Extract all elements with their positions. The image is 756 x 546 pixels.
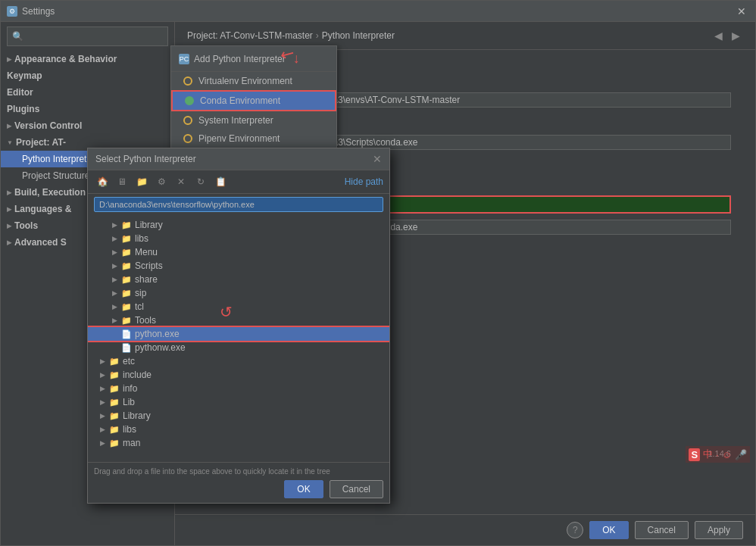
panel-nav: ◀ ▶ — [711, 28, 743, 43]
toolbar-refresh-button[interactable]: ↻ — [192, 173, 209, 190]
sidebar-item-editor[interactable]: Editor — [1, 84, 174, 101]
sougou-dot-icon[interactable]: · — [716, 449, 719, 460]
tree-item-scripts[interactable]: ▶ 📁 Scripts — [88, 259, 389, 273]
chevron-icon: ▼ — [7, 139, 13, 146]
folder-icon: 📁 — [109, 425, 120, 435]
sidebar-item-keymap[interactable]: Keymap — [1, 67, 174, 84]
location-value: D:\anaconda3\envs\AT-Conv-LSTM-master — [281, 92, 731, 108]
tree-arrow-icon: ▶ — [100, 439, 109, 447]
tree-item-sip[interactable]: ▶ 📁 sip — [88, 286, 389, 300]
tree-arrow-icon: ▶ — [112, 276, 121, 283]
folder-icon: 📁 — [109, 438, 120, 448]
cancel-button[interactable]: Cancel — [635, 521, 689, 539]
help-button[interactable]: ? — [567, 522, 583, 538]
dialog-hint: Drag and drop a file into the space abov… — [94, 467, 383, 476]
dialog-cancel-button[interactable]: Cancel — [330, 480, 383, 498]
chevron-icon: ▶ — [7, 189, 11, 196]
tree-item-menu[interactable]: ▶ 📁 Menu — [88, 245, 389, 259]
toolbar-copy-button[interactable]: 📋 — [212, 173, 229, 190]
pipenv-icon — [183, 134, 192, 143]
search-icon: 🔍 — [12, 31, 23, 42]
dropdown-item-pipenv[interactable]: Pipenv Environment — [171, 129, 336, 148]
apply-button[interactable]: Apply — [695, 521, 743, 539]
dropdown-title: Add Python Interpreter — [194, 54, 286, 64]
chevron-icon: ▶ — [7, 206, 11, 213]
folder-icon: 📁 — [121, 316, 132, 326]
tree-arrow-icon: ▶ — [112, 248, 121, 256]
sougou-chinese-icon[interactable]: 中 — [703, 448, 713, 461]
tree-item-info[interactable]: ▶ 📁 info — [88, 382, 389, 395]
folder-icon: 📁 — [121, 302, 132, 312]
chevron-icon: ▶ — [7, 123, 11, 129]
red-curve-annotation: ↺ — [220, 303, 233, 321]
add-python-interpreter-dropdown: PC Add Python Interpreter ↓ Virtualenv E… — [170, 45, 337, 148]
tree-item-python-exe[interactable]: 📄 python.exe — [88, 327, 389, 341]
breadcrumb: Project: AT-Conv-LSTM-master › Python In… — [187, 30, 395, 41]
tree-arrow-icon: ▶ — [112, 262, 121, 270]
nav-forward-button[interactable]: ▶ — [729, 28, 743, 43]
sidebar-item-appearance[interactable]: ▶ Appearance & Behavior — [1, 51, 174, 67]
ok-button[interactable]: OK — [589, 521, 628, 539]
dropdown-item-conda[interactable]: Conda Environment — [171, 90, 336, 111]
tree-item-pythonw-exe[interactable]: 📄 pythonw.exe — [88, 341, 389, 354]
sougou-toolbar: S 中 · ☺ 🎤 — [686, 446, 750, 463]
dialog-footer: Drag and drop a file into the space abov… — [88, 462, 389, 503]
tree-item-library2[interactable]: ▶ 📁 Library — [88, 409, 389, 423]
tree-item-etc[interactable]: ▶ 📁 etc — [88, 354, 389, 368]
tree-item-tools[interactable]: ▶ 📁 Tools — [88, 314, 389, 327]
folder-icon: 📁 — [121, 248, 132, 257]
tree-item-libs1[interactable]: ▶ 📁 libs — [88, 232, 389, 245]
tree-arrow-icon: ▶ — [100, 398, 109, 406]
tree-item-man[interactable]: ▶ 📁 man — [88, 436, 389, 450]
virtualenv-icon — [183, 76, 192, 86]
folder-icon: 📁 — [121, 234, 132, 244]
sidebar-item-label: Advanced S — [14, 237, 67, 248]
folder-icon: 📁 — [109, 357, 120, 367]
select-python-interpreter-dialog: Select Python Interpreter ✕ 🏠 🖥 📁 ⚙ ✕ ↻ … — [87, 148, 390, 504]
tree-arrow-icon: ▶ — [100, 412, 109, 420]
nav-back-button[interactable]: ◀ — [711, 28, 726, 43]
file-icon: 📄 — [121, 329, 132, 339]
toolbar-settings2-button[interactable]: ⚙ — [153, 173, 170, 190]
sidebar-item-plugins[interactable]: Plugins — [1, 101, 174, 117]
tree-item-library1[interactable]: ▶ 📁 Library — [88, 218, 389, 232]
toolbar-desktop-button[interactable]: 🖥 — [114, 173, 130, 190]
path-input[interactable] — [94, 197, 383, 212]
breadcrumb-part1: Project: AT-Conv-LSTM-master — [187, 30, 313, 41]
conda-icon — [185, 96, 194, 105]
toolbar-folder-button[interactable]: 📁 — [133, 173, 150, 190]
folder-icon: 📁 — [109, 411, 120, 421]
dialog-close-button[interactable]: ✕ — [373, 153, 382, 165]
tree-item-lib[interactable]: ▶ 📁 Lib — [88, 395, 389, 409]
sougou-emoji-icon[interactable]: ☺ — [722, 449, 732, 460]
sidebar-item-label: Appearance & Behavior — [14, 54, 117, 64]
dialog-toolbar: 🏠 🖥 📁 ⚙ ✕ ↻ 📋 Hide path — [88, 170, 389, 194]
sougou-s-icon[interactable]: S — [689, 448, 700, 461]
sidebar-item-label: Build, Execution — [14, 187, 86, 198]
dropdown-item-virtualenv[interactable]: Virtualenv Environment — [171, 72, 336, 90]
sougou-mic-icon[interactable]: 🎤 — [735, 449, 747, 460]
dialog-ok-button[interactable]: OK — [284, 480, 323, 498]
tree-item-share[interactable]: ▶ 📁 share — [88, 273, 389, 286]
tree-arrow-icon: ▶ — [112, 235, 121, 242]
tree-item-tcl[interactable]: ▶ 📁 tcl — [88, 300, 389, 314]
dialog-title-bar: Select Python Interpreter ✕ — [88, 148, 389, 170]
dropdown-header-icon: PC — [179, 54, 189, 64]
window-close-button[interactable]: ✕ — [734, 4, 749, 19]
dropdown-header: PC Add Python Interpreter ↓ — [171, 46, 336, 72]
sidebar-item-version-control[interactable]: ▶ Version Control — [1, 117, 174, 134]
dialog-title: Select Python Interpreter — [95, 154, 196, 164]
tree-item-libs2[interactable]: ▶ 📁 libs — [88, 423, 389, 436]
folder-icon: 📁 — [121, 261, 132, 271]
hide-path-button[interactable]: Hide path — [345, 176, 383, 187]
toolbar-delete-button[interactable]: ✕ — [173, 173, 189, 190]
dialog-buttons: OK Cancel — [94, 480, 383, 498]
folder-icon: 📁 — [109, 384, 120, 394]
toolbar-home-button[interactable]: 🏠 — [94, 173, 111, 190]
path-input-row — [88, 194, 389, 215]
dropdown-item-system[interactable]: System Interpreter — [171, 111, 336, 129]
tree-arrow-icon: ▶ — [100, 357, 109, 365]
sidebar-item-label: Plugins — [7, 104, 39, 114]
search-input[interactable] — [27, 29, 148, 44]
tree-item-include[interactable]: ▶ 📁 include — [88, 368, 389, 382]
